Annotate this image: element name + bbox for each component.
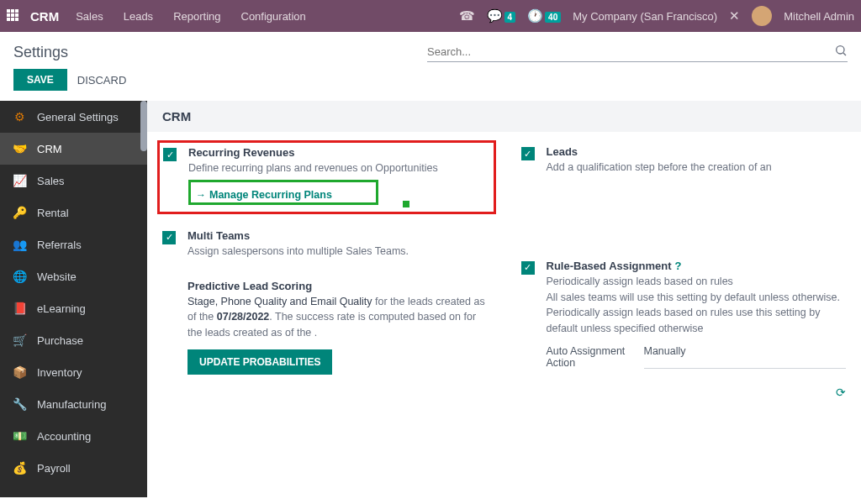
settings-sidebar: ⚙General Settings 🤝CRM 📈Sales 🔑Rental 👥R… bbox=[0, 101, 147, 497]
sidebar-item-payroll[interactable]: 💰Payroll bbox=[0, 452, 147, 484]
recurring-revenues-checkbox[interactable]: ✓ bbox=[163, 148, 177, 161]
discard-button[interactable]: DISCARD bbox=[77, 74, 127, 87]
sidebar-item-label: General Settings bbox=[37, 111, 119, 123]
topbar: CRM Sales Leads Reporting Configuration … bbox=[0, 0, 861, 32]
nav-sales[interactable]: Sales bbox=[76, 10, 103, 23]
setting-desc: Define recurring plans and revenues on O… bbox=[188, 160, 487, 176]
sidebar-item-crm[interactable]: 🤝CRM bbox=[0, 133, 147, 165]
section-header: CRM bbox=[147, 101, 861, 132]
subheader: Settings bbox=[0, 32, 861, 69]
sidebar-item-label: Rental bbox=[37, 207, 69, 219]
wrench-icon: 🔧 bbox=[12, 396, 27, 412]
refresh-icon[interactable]: ⟳ bbox=[547, 386, 847, 399]
payroll-icon: 💰 bbox=[12, 460, 27, 475]
setting-title: Rule-Based Assignment? bbox=[547, 260, 847, 272]
key-icon: 🔑 bbox=[12, 205, 27, 220]
sidebar-item-label: Accounting bbox=[37, 430, 91, 443]
sidebar-item-label: CRM bbox=[37, 143, 62, 155]
messages-badge: 4 bbox=[504, 12, 516, 23]
svg-line-1 bbox=[843, 53, 846, 55]
page-title: Settings bbox=[13, 44, 68, 61]
activities-badge: 40 bbox=[545, 12, 561, 23]
sidebar-item-label: eLearning bbox=[37, 302, 86, 315]
setting-title: Predictive Lead Scoring bbox=[188, 280, 488, 292]
people-icon: 👥 bbox=[12, 237, 27, 252]
auto-assignment-action-select[interactable]: Manually bbox=[644, 345, 847, 369]
setting-title: Leads bbox=[547, 145, 847, 158]
messages-icon[interactable]: 💬4 bbox=[487, 8, 516, 24]
search-wrap bbox=[427, 42, 848, 62]
setting-desc: Add a qualification step before the crea… bbox=[547, 160, 847, 176]
sidebar-item-purchase[interactable]: 🛒Purchase bbox=[0, 324, 147, 356]
save-button[interactable]: SAVE bbox=[13, 69, 67, 91]
nav-reporting[interactable]: Reporting bbox=[173, 10, 220, 23]
annotation-dot bbox=[403, 201, 409, 207]
arrow-right-icon: → bbox=[196, 189, 206, 201]
setting-title: Recurring Revenues bbox=[188, 146, 487, 159]
sidebar-item-label: Payroll bbox=[37, 462, 71, 475]
apps-menu-icon[interactable] bbox=[7, 9, 20, 23]
sidebar-item-label: Manufacturing bbox=[37, 398, 106, 411]
sidebar-item-sales[interactable]: 📈Sales bbox=[0, 165, 147, 197]
settings-content: CRM ✓ Recurring Revenues Define recurrin… bbox=[147, 101, 861, 497]
phone-icon[interactable]: ☎ bbox=[459, 8, 475, 24]
highlight-annotation-green: →Manage Recurring Plans bbox=[188, 180, 378, 205]
nav-configuration[interactable]: Configuration bbox=[241, 10, 306, 23]
sidebar-scrollbar[interactable] bbox=[140, 101, 147, 151]
actions-row: SAVE DISCARD bbox=[0, 69, 861, 101]
cart-icon: 🛒 bbox=[12, 333, 27, 348]
sidebar-item-label: Inventory bbox=[37, 366, 82, 379]
sidebar-item-referrals[interactable]: 👥Referrals bbox=[0, 228, 147, 260]
setting-desc-extra: All sales teams will use this setting by… bbox=[547, 290, 847, 337]
sidebar-item-website[interactable]: 🌐Website bbox=[0, 260, 147, 292]
sidebar-item-elearning[interactable]: 📕eLearning bbox=[0, 292, 147, 324]
nav-leads[interactable]: Leads bbox=[124, 10, 153, 23]
user-name[interactable]: Mitchell Admin bbox=[784, 10, 854, 23]
update-probabilities-button[interactable]: UPDATE PROBABILITIES bbox=[188, 349, 332, 375]
sidebar-item-general[interactable]: ⚙General Settings bbox=[0, 101, 147, 133]
sidebar-item-accounting[interactable]: 💵Accounting bbox=[0, 420, 147, 452]
field-label: Auto Assignment Action bbox=[547, 345, 631, 369]
setting-title: Multi Teams bbox=[188, 229, 488, 242]
money-icon: 💵 bbox=[12, 428, 27, 444]
handshake-icon: 🤝 bbox=[12, 141, 27, 156]
leads-checkbox[interactable]: ✓ bbox=[521, 147, 535, 160]
rule-based-assignment-checkbox[interactable]: ✓ bbox=[521, 261, 535, 275]
sidebar-item-label: Purchase bbox=[37, 334, 83, 347]
highlight-annotation-red: ✓ Recurring Revenues Define recurring pl… bbox=[157, 140, 496, 214]
sidebar-item-label: Sales bbox=[37, 175, 65, 187]
sidebar-item-inventory[interactable]: 📦Inventory bbox=[0, 356, 147, 388]
help-icon[interactable]: ? bbox=[675, 260, 682, 272]
setting-desc: Stage, Phone Quality and Email Quality f… bbox=[188, 294, 488, 341]
gear-icon: ⚙ bbox=[12, 109, 27, 124]
manage-recurring-plans-link[interactable]: →Manage Recurring Plans bbox=[196, 189, 332, 201]
sidebar-item-label: Referrals bbox=[37, 239, 82, 251]
setting-desc: Assign salespersons into multiple Sales … bbox=[188, 244, 488, 260]
setting-desc: Periodically assign leads based on rules bbox=[547, 274, 847, 290]
search-icon[interactable] bbox=[834, 44, 848, 60]
svg-point-0 bbox=[837, 46, 844, 54]
company-switcher[interactable]: My Company (San Francisco) bbox=[573, 10, 717, 23]
sidebar-item-label: Website bbox=[37, 270, 77, 283]
chart-icon: 📈 bbox=[12, 173, 27, 188]
globe-icon: 🌐 bbox=[12, 269, 27, 284]
sidebar-item-manufacturing[interactable]: 🔧Manufacturing bbox=[0, 388, 147, 420]
tools-icon[interactable]: ✕ bbox=[729, 8, 740, 24]
book-icon: 📕 bbox=[12, 301, 27, 316]
sidebar-item-rental[interactable]: 🔑Rental bbox=[0, 197, 147, 228]
user-avatar[interactable] bbox=[752, 6, 772, 26]
multi-teams-checkbox[interactable]: ✓ bbox=[162, 231, 176, 244]
search-input[interactable] bbox=[427, 42, 834, 61]
app-brand[interactable]: CRM bbox=[30, 9, 59, 24]
activities-icon[interactable]: 🕐40 bbox=[527, 8, 561, 24]
box-icon: 📦 bbox=[12, 365, 27, 380]
